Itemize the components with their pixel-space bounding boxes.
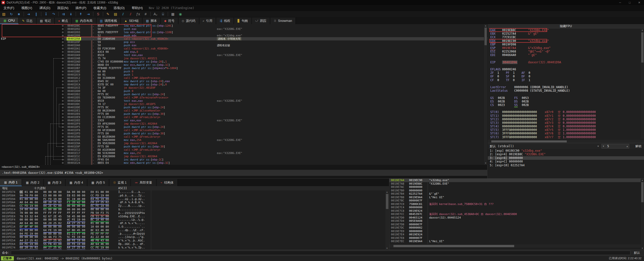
dump-hex-group[interactable]: 00 00 00 00 (43, 225, 62, 229)
register-row[interactable]: EIP00401D9Adaxxor(32).00401D9A (488, 61, 644, 64)
disasm-address[interactable]: 00401DE1 (67, 109, 80, 112)
register-row[interactable]: ST(2)00000000000000000000x87r2空0.0000000… (488, 118, 644, 121)
dump-tab-内存 2[interactable]: ▦内存 2 (22, 179, 44, 186)
stop-button[interactable]: ■ (15, 11, 23, 17)
disasm-row[interactable]: 00401DD0.6A 00push 0 (64, 89, 488, 93)
disasm-address[interactable]: 00401DE9 (67, 116, 80, 119)
stack-hscrollbar[interactable] (389, 244, 641, 248)
dump-hex-group[interactable]: 01 00 00 00 (91, 222, 109, 225)
dump-row[interactable]: 0019FDC424 00 00 0001 00 00 0000 00 00 0… (0, 208, 385, 211)
scroll-thumb[interactable] (641, 32, 643, 63)
breakpoint-dot[interactable] (62, 41, 64, 43)
dump-tab-结构体[interactable]: ⌁结构体 (156, 179, 178, 186)
disasm-address[interactable]: 00401DCA (67, 83, 80, 86)
breakpoint-dot[interactable] (62, 113, 64, 115)
dump-hex-group[interactable]: 00 00 00 00 (43, 190, 62, 194)
disasm-address[interactable]: 00401DC2 (67, 76, 80, 80)
menu-item[interactable]: 文件(F) (0, 6, 18, 10)
disasm-address[interactable]: 00401E0F (67, 145, 80, 148)
calling-convention-select[interactable]: 默认 (stdcall) (490, 143, 514, 149)
scroll-thumb[interactable] (641, 182, 643, 202)
dump-tab-局部变量[interactable]: ≔局部变量 (131, 179, 156, 186)
breakpoint-dot[interactable] (62, 35, 64, 36)
register-row[interactable]: EDI004664A0"`gE" (488, 53, 644, 57)
font-button[interactable]: A₂ (152, 11, 159, 17)
command-input[interactable] (11, 251, 630, 255)
disasm-address[interactable]: 00401E00 (67, 135, 80, 138)
step-out-button[interactable]: ↡ (67, 11, 75, 17)
dump-row[interactable]: 0019FD8490 70 F0 00E3 00 00 00E8 03 00 0… (0, 194, 385, 197)
disasm-address[interactable]: 00401DE6 (67, 112, 80, 116)
scroll-thumb[interactable] (393, 245, 514, 247)
breakpoint-dot[interactable] (62, 107, 64, 108)
disasm-address[interactable]: 00401E1C (67, 155, 80, 158)
disasm-row[interactable]: 00401DDA.85C0test eax,eaxeax:"X32DBG.EXE… (64, 99, 488, 102)
register-row[interactable]: ST(7)3FFF8000000000000000x87r7空1.0000000… (488, 135, 644, 139)
register-row[interactable]: EAX0019EB8C"X32DBG.EXE" (488, 28, 644, 32)
dump-row[interactable]: 0019FD9401 00 00 00FC FD 19 00EC 19 40 0… (0, 197, 385, 201)
disasm-row[interactable]: 00401DE9.E8 CC2E0600call <JMP.&FreeLibra… (64, 116, 488, 119)
tab-SEH链[interactable]: ▲SEH链 (121, 18, 142, 24)
flag-value[interactable]: 0 (529, 71, 530, 75)
breakpoint-dot[interactable] (62, 80, 64, 82)
dump-hex-group[interactable]: E3 00 00 00 (43, 194, 62, 197)
breakpoint-dot[interactable] (62, 51, 64, 53)
tab-日志[interactable]: ✎日志 (19, 18, 36, 24)
disasm-row[interactable]: 00401DFD.FF75 D0push dword ptr ss:[ebp-3… (64, 132, 488, 135)
register-row[interactable]: CF0TF0IF1 (488, 78, 644, 82)
dump-hex-group[interactable]: 58 45 00 00 (67, 215, 85, 218)
disasm-row[interactable]: 00401DE6.FF75 D0push dword ptr ss:[ebp-3… (64, 112, 488, 116)
disasm-row[interactable]: 00401DB7.FFB48D FCEFFFFFpush dword ptr s… (64, 67, 488, 70)
dump-tab-内存 1[interactable]: ▦内存 1 (0, 179, 22, 186)
tab-跟踪[interactable]: ࿚跟踪 (252, 18, 270, 24)
breakpoint-dot[interactable] (62, 54, 64, 56)
register-value[interactable]: 0019EB8C (502, 28, 516, 32)
segment-name[interactable]: DS (514, 100, 518, 103)
chevron-down-icon[interactable]: ▼ (597, 143, 599, 149)
flag-value[interactable]: 1 (513, 71, 515, 75)
argument-row[interactable]: 4: [esp+C] 00000000 (488, 160, 644, 164)
disasm-row[interactable]: 00401DAD.C745 E0 01000000mov dword ptr s… (64, 60, 488, 63)
dump-hex-group[interactable]: 00 00 00 00 (43, 232, 62, 236)
dump-row[interactable]: 0019FE3404 FE 19 0000 00 00 0081 23 F7 4… (0, 232, 385, 236)
breakpoint-dot[interactable] (62, 110, 64, 112)
attach-button[interactable]: ⌸ (159, 11, 167, 17)
scroll-up-arrow[interactable]: ▲ (385, 190, 389, 194)
disasm-row[interactable]: 00401DA1.E8 F29C0500call <daxxor(32).sub… (64, 47, 488, 50)
calculator-button[interactable]: ▦ (169, 11, 177, 17)
dump-hex-group[interactable]: FE FF FF FF (91, 232, 109, 236)
dump-tab-内存 3[interactable]: ▦内存 3 (44, 179, 66, 186)
fpu-hscrollbar[interactable] (488, 140, 644, 143)
unlock-button[interactable]: 解锁 (635, 143, 641, 149)
disasm-address[interactable]: 00401D92 (67, 27, 80, 31)
dump-hex-group[interactable]: 00 00 00 00 (91, 208, 109, 211)
tab-线程[interactable]: ⇶线程 (216, 18, 234, 24)
register-row[interactable]: EDX0019EC90"x32dbg.exe" (488, 39, 644, 43)
disasm-row[interactable]: 00401DEE.33C0xor eax,eaxeax:"X32DBG.EXE" (64, 119, 488, 122)
disasm-address[interactable]: 00401DB7 (67, 67, 80, 70)
registers-scrollbar[interactable]: ▲ (641, 28, 644, 139)
tab-源代码[interactable]: ◇源代码 (178, 18, 199, 24)
dump-tab-内存 5[interactable]: ▦内存 5 (87, 179, 109, 186)
disasm-row[interactable]: 00401DD2.FF75 DCpush dword ptr ss:[ebp-2… (64, 93, 488, 96)
disasm-row[interactable]: 00401E0A.E9 95020000jmp daxxor(32).4020A… (64, 142, 488, 145)
breakpoint-dot[interactable] (62, 116, 64, 118)
disasm-address[interactable]: 00401DDA (67, 99, 80, 102)
segment-name[interactable]: CS (490, 103, 494, 107)
breakpoint-dot[interactable] (62, 64, 64, 66)
breakpoint-dot[interactable] (62, 61, 64, 63)
breakpoint-dot[interactable] (62, 71, 64, 72)
disasm-row[interactable]: 00401DCA.837D DC 00cmp dword ptr ss:[ebp… (64, 83, 488, 86)
disasm-row[interactable]: 00401DA0.50push eax进程名比较 (64, 44, 488, 47)
dump-row[interactable]: 0019FE4400 00 00 005D 4A F3 755C FE 19 0… (0, 235, 385, 239)
disasm-address[interactable]: 00401D8C (67, 24, 80, 27)
flag-name[interactable]: ZF (490, 71, 494, 75)
disasm-address[interactable]: 00401E0A (67, 142, 80, 145)
segment-name[interactable]: FS (514, 96, 518, 100)
breakpoint-dot[interactable] (62, 31, 64, 33)
disasm-address[interactable]: 00401DA1 (67, 47, 80, 50)
register-row[interactable]: OF0SF0DF0 (488, 75, 644, 78)
dump-hex-group[interactable]: 00 00 00 00 (67, 225, 85, 229)
dump-hex-group[interactable]: 81 23 F7 49 (67, 232, 85, 236)
disasm-row[interactable]: 00401E24.8B55 E4mov edx,dword ptr ss:[eb… (64, 161, 488, 165)
